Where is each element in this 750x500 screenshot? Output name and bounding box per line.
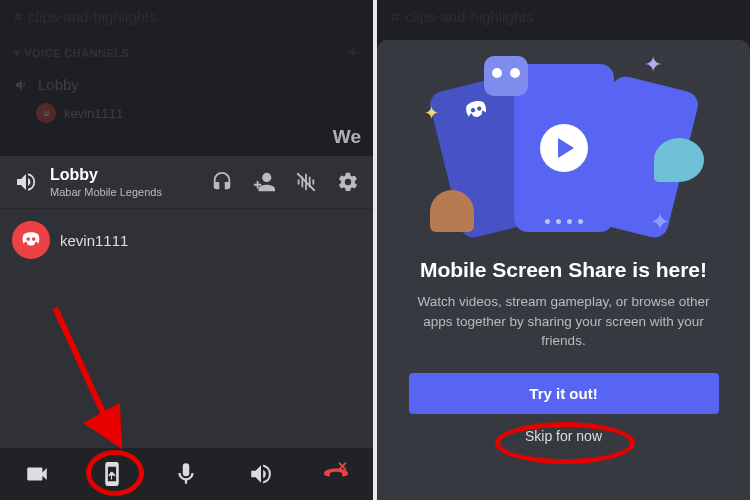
try-it-out-button[interactable]: Try it out! [409, 373, 719, 414]
discord-logo-icon [460, 95, 492, 127]
voice-title: Lobby [50, 166, 199, 184]
gear-icon[interactable] [337, 171, 359, 193]
partial-text: We [333, 126, 361, 148]
hero-illustration: ✦ ✦ ✦ [424, 58, 704, 238]
video-button[interactable] [13, 450, 61, 498]
screen-share-promo-sheet: ✦ ✦ ✦ Mobile Screen Share is here! Watch… [377, 40, 750, 500]
noise-suppression-icon[interactable] [295, 171, 317, 193]
robot-illustration [484, 56, 528, 96]
member-row[interactable]: kevin1111 [14, 223, 359, 257]
sparkle-icon: ✦ [650, 208, 670, 236]
member-name: kevin1111 [60, 232, 128, 249]
play-icon [540, 124, 588, 172]
mute-button[interactable] [162, 450, 210, 498]
speaker-button[interactable] [237, 450, 285, 498]
sparkle-icon: ✦ [644, 52, 662, 78]
screen-share-button[interactable] [88, 450, 136, 498]
voice-call-panel: Lobby Mabar Mobile Legends kevin1111 [0, 156, 373, 500]
bird-illustration [654, 138, 704, 182]
avatar [14, 223, 48, 257]
sparkle-icon: ✦ [424, 102, 439, 124]
left-screenshot: # clips-and-highlights ▾ VOICE CHANNELS … [0, 0, 373, 500]
character-illustration [430, 190, 474, 232]
right-screenshot: # clips-and-highlights ▾ VOICE CHANNELS … [373, 0, 750, 500]
voice-members: kevin1111 [0, 209, 373, 271]
add-user-icon[interactable] [253, 171, 275, 193]
disconnect-button[interactable]: ✕ [312, 450, 360, 498]
x-icon: ✕ [337, 459, 348, 474]
promo-description: Watch videos, stream gameplay, or browse… [414, 292, 714, 351]
phone-illustration [514, 64, 614, 232]
promo-title: Mobile Screen Share is here! [420, 258, 707, 282]
voice-header: Lobby Mabar Mobile Legends [0, 156, 373, 209]
skip-button[interactable]: Skip for now [525, 428, 602, 444]
headphones-icon[interactable] [211, 171, 233, 193]
voice-subtitle: Mabar Mobile Legends [50, 186, 199, 198]
speaker-icon [14, 170, 38, 194]
voice-action-bar: ✕ [0, 448, 373, 500]
